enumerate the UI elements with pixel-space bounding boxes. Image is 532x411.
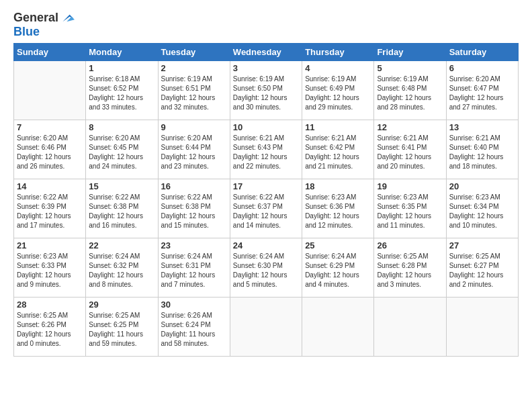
calendar-cell: 17Sunrise: 6:22 AM Sunset: 6:37 PM Dayli… [230,179,302,238]
weekday-header-row: SundayMondayTuesdayWednesdayThursdayFrid… [14,43,519,60]
calendar-cell: 14Sunrise: 6:22 AM Sunset: 6:39 PM Dayli… [14,179,86,238]
day-info: Sunrise: 6:25 AM Sunset: 6:28 PM Dayligh… [377,252,443,289]
calendar-cell: 2Sunrise: 6:19 AM Sunset: 6:51 PM Daylig… [158,60,230,120]
day-info: Sunrise: 6:26 AM Sunset: 6:24 PM Dayligh… [161,311,227,349]
calendar-cell: 26Sunrise: 6:25 AM Sunset: 6:28 PM Dayli… [374,238,446,297]
day-info: Sunrise: 6:20 AM Sunset: 6:44 PM Dayligh… [161,134,227,171]
day-info: Sunrise: 6:23 AM Sunset: 6:35 PM Dayligh… [377,193,443,230]
day-info: Sunrise: 6:20 AM Sunset: 6:47 PM Dayligh… [449,75,515,112]
calendar-week-4: 21Sunrise: 6:23 AM Sunset: 6:33 PM Dayli… [14,238,519,297]
header: General Blue [13,11,519,39]
calendar-cell: 21Sunrise: 6:23 AM Sunset: 6:33 PM Dayli… [14,238,86,297]
day-info: Sunrise: 6:25 AM Sunset: 6:26 PM Dayligh… [17,311,83,349]
day-number: 2 [161,63,227,73]
calendar-cell: 30Sunrise: 6:26 AM Sunset: 6:24 PM Dayli… [158,297,230,356]
day-info: Sunrise: 6:24 AM Sunset: 6:29 PM Dayligh… [305,252,371,289]
calendar-cell: 10Sunrise: 6:21 AM Sunset: 6:43 PM Dayli… [230,120,302,179]
day-info: Sunrise: 6:22 AM Sunset: 6:38 PM Dayligh… [89,193,154,230]
calendar-week-5: 28Sunrise: 6:25 AM Sunset: 6:26 PM Dayli… [14,297,519,356]
day-number: 5 [377,63,443,73]
calendar-cell: 24Sunrise: 6:24 AM Sunset: 6:30 PM Dayli… [230,238,302,297]
day-info: Sunrise: 6:21 AM Sunset: 6:41 PM Dayligh… [377,134,443,171]
calendar-cell: 23Sunrise: 6:24 AM Sunset: 6:31 PM Dayli… [158,238,230,297]
day-number: 3 [233,63,299,73]
calendar-cell: 8Sunrise: 6:20 AM Sunset: 6:45 PM Daylig… [86,120,158,179]
day-info: Sunrise: 6:23 AM Sunset: 6:36 PM Dayligh… [305,193,371,230]
day-number: 12 [377,122,443,132]
calendar-cell: 11Sunrise: 6:21 AM Sunset: 6:42 PM Dayli… [302,120,374,179]
day-number: 9 [161,122,227,132]
day-info: Sunrise: 6:23 AM Sunset: 6:33 PM Dayligh… [17,252,83,289]
weekday-header-sunday: Sunday [14,43,86,60]
day-info: Sunrise: 6:20 AM Sunset: 6:46 PM Dayligh… [17,134,83,171]
day-number: 13 [449,122,515,132]
calendar-cell: 12Sunrise: 6:21 AM Sunset: 6:41 PM Dayli… [374,120,446,179]
day-info: Sunrise: 6:22 AM Sunset: 6:37 PM Dayligh… [233,193,299,230]
day-number: 1 [89,63,154,73]
logo-icon [60,11,75,26]
day-number: 28 [17,300,83,310]
day-number: 30 [161,300,227,310]
day-info: Sunrise: 6:22 AM Sunset: 6:38 PM Dayligh… [161,193,227,230]
calendar-cell: 29Sunrise: 6:25 AM Sunset: 6:25 PM Dayli… [86,297,158,356]
calendar-week-3: 14Sunrise: 6:22 AM Sunset: 6:39 PM Dayli… [14,179,519,238]
calendar-cell [230,297,302,356]
calendar-week-1: 1Sunrise: 6:18 AM Sunset: 6:52 PM Daylig… [14,60,519,120]
day-number: 29 [89,300,154,310]
day-info: Sunrise: 6:19 AM Sunset: 6:48 PM Dayligh… [377,75,443,112]
day-number: 21 [17,240,83,250]
day-number: 6 [449,63,515,73]
calendar-cell: 13Sunrise: 6:21 AM Sunset: 6:40 PM Dayli… [446,120,518,179]
day-number: 15 [89,181,154,191]
calendar-cell: 3Sunrise: 6:19 AM Sunset: 6:50 PM Daylig… [230,60,302,120]
calendar-cell: 4Sunrise: 6:19 AM Sunset: 6:49 PM Daylig… [302,60,374,120]
day-info: Sunrise: 6:19 AM Sunset: 6:49 PM Dayligh… [305,75,371,112]
day-number: 22 [89,240,154,250]
calendar-cell: 5Sunrise: 6:19 AM Sunset: 6:48 PM Daylig… [374,60,446,120]
calendar-cell: 22Sunrise: 6:24 AM Sunset: 6:32 PM Dayli… [86,238,158,297]
weekday-header-friday: Friday [374,43,446,60]
day-number: 10 [233,122,299,132]
calendar-cell: 25Sunrise: 6:24 AM Sunset: 6:29 PM Dayli… [302,238,374,297]
day-number: 18 [305,181,371,191]
day-number: 19 [377,181,443,191]
day-number: 11 [305,122,371,132]
day-info: Sunrise: 6:20 AM Sunset: 6:45 PM Dayligh… [89,134,154,171]
calendar-cell: 6Sunrise: 6:20 AM Sunset: 6:47 PM Daylig… [446,60,518,120]
day-number: 8 [89,122,154,132]
logo-text-general: General [13,11,58,25]
day-number: 27 [449,240,515,250]
day-info: Sunrise: 6:21 AM Sunset: 6:43 PM Dayligh… [233,134,299,171]
page: General Blue SundayMondayTuesdayWednesda… [0,0,532,411]
day-info: Sunrise: 6:24 AM Sunset: 6:30 PM Dayligh… [233,252,299,289]
day-info: Sunrise: 6:18 AM Sunset: 6:52 PM Dayligh… [89,75,154,112]
day-info: Sunrise: 6:25 AM Sunset: 6:25 PM Dayligh… [89,311,154,349]
calendar-cell: 27Sunrise: 6:25 AM Sunset: 6:27 PM Dayli… [446,238,518,297]
calendar-cell [446,297,518,356]
calendar-cell: 9Sunrise: 6:20 AM Sunset: 6:44 PM Daylig… [158,120,230,179]
logo-text-blue: Blue [13,26,75,39]
day-info: Sunrise: 6:24 AM Sunset: 6:31 PM Dayligh… [161,252,227,289]
calendar-cell: 20Sunrise: 6:23 AM Sunset: 6:34 PM Dayli… [446,179,518,238]
day-info: Sunrise: 6:23 AM Sunset: 6:34 PM Dayligh… [449,193,515,230]
day-info: Sunrise: 6:21 AM Sunset: 6:42 PM Dayligh… [305,134,371,171]
day-number: 26 [377,240,443,250]
day-number: 17 [233,181,299,191]
day-number: 7 [17,122,83,132]
day-number: 25 [305,240,371,250]
day-number: 4 [305,63,371,73]
weekday-header-monday: Monday [86,43,158,60]
calendar-cell: 28Sunrise: 6:25 AM Sunset: 6:26 PM Dayli… [14,297,86,356]
day-number: 14 [17,181,83,191]
day-info: Sunrise: 6:19 AM Sunset: 6:50 PM Dayligh… [233,75,299,112]
calendar-cell: 18Sunrise: 6:23 AM Sunset: 6:36 PM Dayli… [302,179,374,238]
calendar-cell [14,60,86,120]
weekday-header-thursday: Thursday [302,43,374,60]
weekday-header-wednesday: Wednesday [230,43,302,60]
calendar-cell: 19Sunrise: 6:23 AM Sunset: 6:35 PM Dayli… [374,179,446,238]
day-info: Sunrise: 6:22 AM Sunset: 6:39 PM Dayligh… [17,193,83,230]
day-number: 24 [233,240,299,250]
day-info: Sunrise: 6:19 AM Sunset: 6:51 PM Dayligh… [161,75,227,112]
day-number: 16 [161,181,227,191]
calendar-table: SundayMondayTuesdayWednesdayThursdayFrid… [13,43,519,357]
